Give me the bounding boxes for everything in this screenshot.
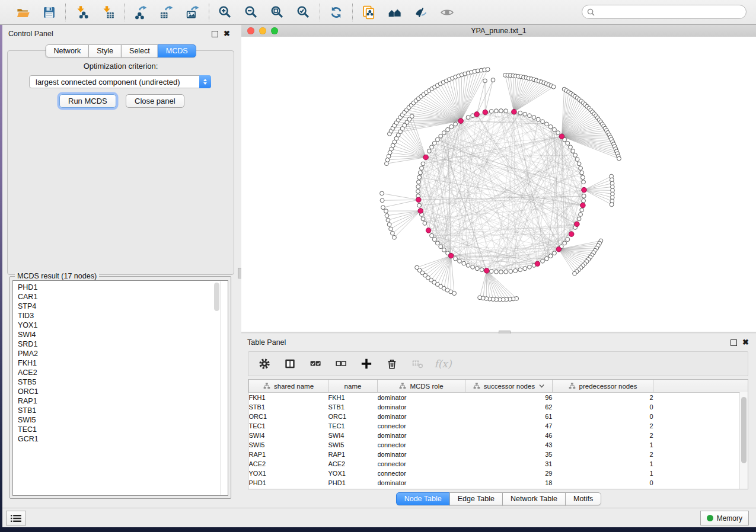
- network-node[interactable]: [430, 145, 434, 149]
- table-cell[interactable]: 0: [553, 402, 653, 412]
- network-node[interactable]: [541, 259, 545, 263]
- network-node[interactable]: [532, 116, 536, 120]
- network-node[interactable]: [439, 245, 443, 249]
- network-node[interactable]: [499, 109, 503, 113]
- network-node[interactable]: [381, 206, 385, 210]
- hide-graphics-details-button[interactable]: [412, 4, 430, 21]
- apply-function-button[interactable]: f(x): [435, 356, 451, 371]
- network-node[interactable]: [439, 134, 443, 138]
- network-node[interactable]: [410, 114, 414, 118]
- mcds-result-item[interactable]: ORC1: [18, 387, 228, 396]
- table-cell[interactable]: SWI5: [249, 440, 328, 450]
- table-cell[interactable]: YOX1: [328, 469, 378, 478]
- mcds-node[interactable]: [474, 112, 480, 117]
- mcds-result-item[interactable]: PMA2: [18, 349, 228, 358]
- mcds-node[interactable]: [484, 268, 489, 274]
- network-node[interactable]: [523, 267, 527, 271]
- network-node[interactable]: [430, 233, 434, 238]
- table-cell[interactable]: FKH1: [328, 393, 378, 403]
- network-node[interactable]: [523, 112, 527, 116]
- network-node[interactable]: [475, 267, 479, 271]
- network-node[interactable]: [387, 223, 391, 227]
- table-cell[interactable]: PHD1: [328, 478, 378, 488]
- table-cell[interactable]: 2: [553, 450, 653, 459]
- table-cell[interactable]: ORC1: [328, 412, 378, 421]
- mcds-result-item[interactable]: TID3: [18, 311, 228, 321]
- network-node[interactable]: [416, 190, 420, 194]
- network-node[interactable]: [432, 141, 436, 145]
- table-cell[interactable]: connector: [378, 459, 465, 469]
- refresh-network-button[interactable]: [327, 4, 345, 21]
- network-node[interactable]: [417, 175, 422, 180]
- table-settings-button[interactable]: [257, 356, 272, 371]
- network-node[interactable]: [427, 149, 431, 153]
- select-all-rows-button[interactable]: [308, 356, 323, 371]
- network-node[interactable]: [386, 218, 390, 222]
- network-node[interactable]: [553, 127, 557, 132]
- mcds-node[interactable]: [512, 109, 517, 114]
- network-node[interactable]: [421, 162, 425, 166]
- import-table-button[interactable]: [99, 4, 117, 21]
- mcds-result-item[interactable]: FKH1: [18, 358, 228, 368]
- network-node[interactable]: [418, 171, 422, 175]
- zoom-fit-button[interactable]: [269, 4, 286, 21]
- network-node[interactable]: [446, 127, 450, 132]
- network-node[interactable]: [384, 209, 388, 213]
- network-node[interactable]: [442, 248, 446, 252]
- network-node[interactable]: [486, 68, 490, 72]
- network-graph[interactable]: [241, 37, 756, 332]
- show-graphics-details-button[interactable]: [438, 4, 456, 21]
- network-node[interactable]: [509, 270, 513, 274]
- table-row[interactable]: PHD1PHD1dominator180: [249, 478, 748, 488]
- network-node[interactable]: [491, 78, 495, 82]
- network-node[interactable]: [432, 238, 436, 242]
- network-node[interactable]: [478, 296, 482, 300]
- network-node[interactable]: [495, 270, 499, 274]
- table-cell[interactable]: 43: [465, 440, 553, 450]
- network-node[interactable]: [617, 156, 621, 161]
- network-node[interactable]: [454, 257, 458, 261]
- save-session-button[interactable]: [40, 4, 58, 21]
- network-node[interactable]: [462, 261, 466, 265]
- search-box[interactable]: [582, 5, 747, 19]
- table-cell[interactable]: FKH1: [249, 393, 328, 403]
- network-node[interactable]: [518, 268, 522, 272]
- network-node[interactable]: [577, 162, 581, 166]
- table-cell[interactable]: STB1: [249, 402, 328, 412]
- table-cell[interactable]: TEC1: [249, 421, 328, 431]
- table-cell[interactable]: 35: [465, 450, 553, 459]
- column-header-name[interactable]: name: [328, 380, 378, 393]
- network-node[interactable]: [489, 270, 493, 274]
- network-node[interactable]: [573, 153, 578, 158]
- mcds-node[interactable]: [448, 253, 454, 258]
- column-header-predecessor-nodes[interactable]: predecessor nodes: [553, 380, 653, 393]
- network-node[interactable]: [420, 166, 424, 171]
- mcds-node[interactable]: [535, 261, 540, 267]
- network-node[interactable]: [415, 265, 419, 270]
- network-node[interactable]: [449, 125, 454, 129]
- tab-network-table[interactable]: Network Table: [502, 492, 566, 505]
- mcds-result-item[interactable]: ACE2: [18, 368, 228, 377]
- mcds-node[interactable]: [483, 110, 488, 115]
- table-cell[interactable]: 47: [465, 421, 553, 431]
- network-node[interactable]: [504, 270, 508, 274]
- network-node[interactable]: [435, 241, 439, 245]
- network-node[interactable]: [545, 257, 549, 261]
- network-node[interactable]: [575, 158, 579, 162]
- network-node[interactable]: [579, 213, 583, 217]
- network-node[interactable]: [466, 116, 470, 120]
- mcds-node[interactable]: [556, 247, 562, 252]
- table-cell[interactable]: 2: [553, 421, 653, 431]
- close-panel-button-mcds[interactable]: Close panel: [126, 94, 184, 108]
- network-node[interactable]: [582, 194, 586, 198]
- mcds-result-item[interactable]: STB1: [18, 406, 228, 415]
- network-node[interactable]: [513, 269, 518, 273]
- table-cell[interactable]: connector: [378, 469, 465, 478]
- network-node[interactable]: [579, 166, 583, 171]
- mcds-result-item[interactable]: STP4: [18, 302, 228, 311]
- table-cell[interactable]: 2: [553, 393, 653, 403]
- table-row[interactable]: SWI5SWI5connector431: [249, 440, 748, 450]
- network-node[interactable]: [528, 114, 532, 118]
- table-cell[interactable]: dominator: [378, 412, 465, 421]
- column-header-successor-nodes[interactable]: successor nodes: [465, 380, 553, 393]
